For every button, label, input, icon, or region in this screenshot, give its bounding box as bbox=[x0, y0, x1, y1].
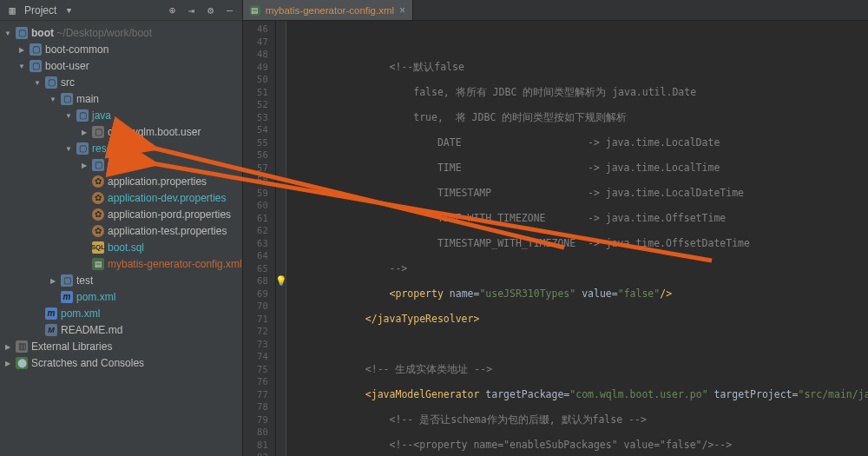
tree-item-app-dev[interactable]: ✿ application-dev.properties bbox=[0, 189, 242, 206]
sql-icon: SQL bbox=[92, 241, 104, 254]
markdown-icon: M bbox=[45, 324, 57, 336]
collapse-icon[interactable]: ⇥ bbox=[185, 3, 199, 17]
sidebar-title: Project bbox=[24, 4, 56, 17]
properties-icon: ✿ bbox=[92, 208, 104, 221]
tab-mb-gen[interactable]: ▤ mybatis-generator-config.xml × bbox=[243, 0, 413, 20]
properties-icon: ✿ bbox=[92, 175, 104, 188]
gear-icon[interactable]: ⚙ bbox=[204, 3, 218, 17]
xml-icon: ▤ bbox=[92, 258, 104, 270]
gutter-strip: 💡 bbox=[276, 21, 286, 456]
tree-item-pom-outer[interactable]: m pom.xml bbox=[0, 288, 242, 305]
root-path: ~/Desktop/work/boot bbox=[56, 27, 152, 39]
sidebar-header: ▦ Project ▼ ⊕ ⇥ ⚙ — bbox=[0, 0, 242, 21]
folder-icon: ▢ bbox=[76, 142, 89, 155]
code-editor[interactable]: <!--默认false false, 将所有 JDBC 的时间类型解析为 jav… bbox=[286, 21, 868, 456]
lightbulb-icon[interactable]: 💡 bbox=[276, 274, 286, 287]
tree-item-external[interactable]: ▥ External Libraries bbox=[0, 338, 242, 354]
editor-tabs: ▤ mybatis-generator-config.xml × bbox=[243, 0, 868, 21]
tree-item-boot-sql[interactable]: SQL boot.sql bbox=[0, 239, 242, 255]
project-sidebar: ▦ Project ▼ ⊕ ⇥ ⚙ — ▢ boot ~/Desktop/wor… bbox=[0, 0, 243, 456]
hide-icon[interactable]: — bbox=[223, 3, 237, 17]
tree-item-test[interactable]: ▢ test bbox=[0, 272, 242, 288]
folder-icon: ▢ bbox=[30, 43, 42, 56]
tree-item-resources[interactable]: ▢ resources bbox=[0, 140, 242, 156]
tree-item-mapper[interactable]: ▢ mapper bbox=[0, 156, 242, 173]
tree-item-app-test[interactable]: ✿ application-test.properties bbox=[0, 222, 242, 239]
properties-icon: ✿ bbox=[92, 225, 104, 237]
folder-icon: ▢ bbox=[30, 60, 42, 72]
scratches-icon: ⬤ bbox=[16, 357, 28, 369]
tree-item-package[interactable]: ▢ com.wqlm.boot.user bbox=[0, 123, 242, 140]
tab-label: mybatis-generator-config.xml bbox=[266, 5, 394, 16]
dropdown-icon[interactable]: ▼ bbox=[62, 3, 76, 17]
folder-icon: ▢ bbox=[76, 109, 89, 122]
tree-item-mb-gen[interactable]: ▤ mybatis-generator-config.xml bbox=[0, 255, 242, 272]
close-icon[interactable]: × bbox=[399, 4, 405, 17]
folder-icon: ▢ bbox=[45, 76, 57, 89]
tree-item-src[interactable]: ▢ src bbox=[0, 74, 242, 90]
editor-area: ▤ mybatis-generator-config.xml × 4647484… bbox=[243, 0, 868, 456]
tree-item-main[interactable]: ▢ main bbox=[0, 90, 242, 107]
tree-item-app-props[interactable]: ✿ application.properties bbox=[0, 173, 242, 189]
folder-icon: ▢ bbox=[92, 159, 104, 171]
properties-icon: ✿ bbox=[92, 192, 104, 204]
tree-root[interactable]: ▢ boot ~/Desktop/work/boot bbox=[0, 24, 242, 41]
project-icon: ▦ bbox=[5, 3, 19, 17]
maven-icon: m bbox=[61, 291, 73, 303]
folder-icon: ▢ bbox=[61, 93, 73, 105]
root-name: boot bbox=[31, 27, 54, 39]
tree-item-boot-user[interactable]: ▢ boot-user bbox=[0, 57, 242, 74]
tree-item-boot-common[interactable]: ▢ boot-common bbox=[0, 41, 242, 57]
package-icon: ▢ bbox=[92, 126, 104, 138]
tree-item-pom[interactable]: m pom.xml bbox=[0, 305, 242, 321]
tree-item-scratches[interactable]: ⬤ Scratches and Consoles bbox=[0, 354, 242, 371]
tree-item-readme[interactable]: M README.md bbox=[0, 321, 242, 338]
maven-icon: m bbox=[45, 307, 57, 320]
project-tree[interactable]: ▢ boot ~/Desktop/work/boot ▢ boot-common… bbox=[0, 21, 242, 374]
folder-icon: ▢ bbox=[16, 27, 28, 39]
library-icon: ▥ bbox=[16, 340, 28, 353]
folder-icon: ▢ bbox=[61, 274, 73, 287]
tree-item-java[interactable]: ▢ java bbox=[0, 107, 242, 123]
xml-icon: ▤ bbox=[250, 5, 260, 16]
tree-item-app-pord[interactable]: ✿ application-pord.properties bbox=[0, 206, 242, 222]
line-gutter: 4647484950515253545556575859606162636465… bbox=[243, 21, 276, 456]
target-icon[interactable]: ⊕ bbox=[166, 3, 180, 17]
